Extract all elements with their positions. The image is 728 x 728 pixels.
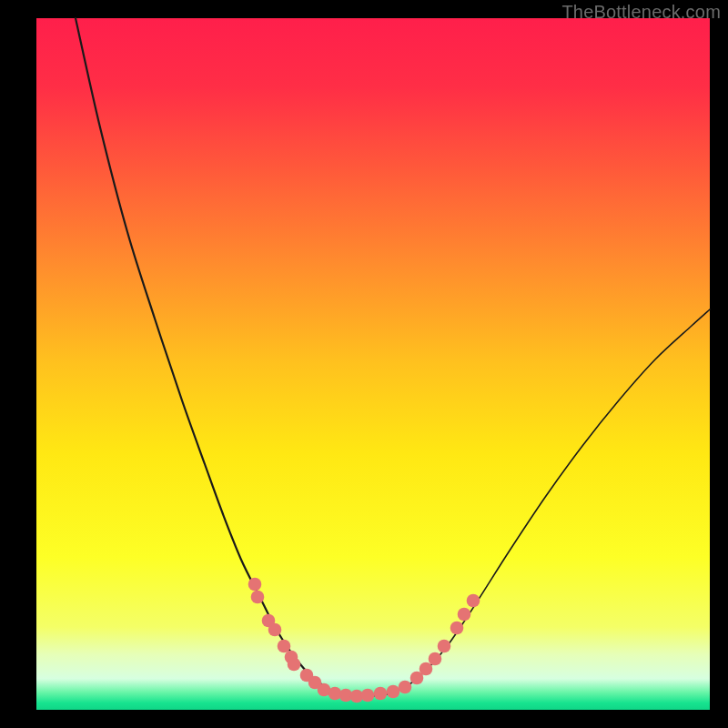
data-dot — [248, 578, 262, 592]
scatter-dots — [248, 578, 480, 703]
plot-area — [36, 18, 710, 710]
data-dot — [374, 687, 388, 701]
data-dot — [399, 681, 412, 694]
data-dot — [420, 662, 433, 676]
data-dot — [438, 640, 451, 653]
data-dot — [450, 622, 464, 635]
data-dot — [288, 658, 301, 672]
curve-right-branch — [391, 309, 710, 693]
data-dot — [429, 652, 442, 666]
data-dot — [278, 640, 291, 653]
data-dot — [458, 608, 471, 622]
data-dot — [251, 591, 265, 604]
chart-stage: TheBottleneck.com — [0, 0, 728, 728]
data-dot — [361, 689, 375, 703]
data-dot — [387, 685, 400, 699]
data-dot — [467, 594, 480, 608]
curve-layer — [36, 18, 710, 710]
curve-left-branch — [76, 18, 337, 693]
data-dot — [268, 623, 282, 637]
